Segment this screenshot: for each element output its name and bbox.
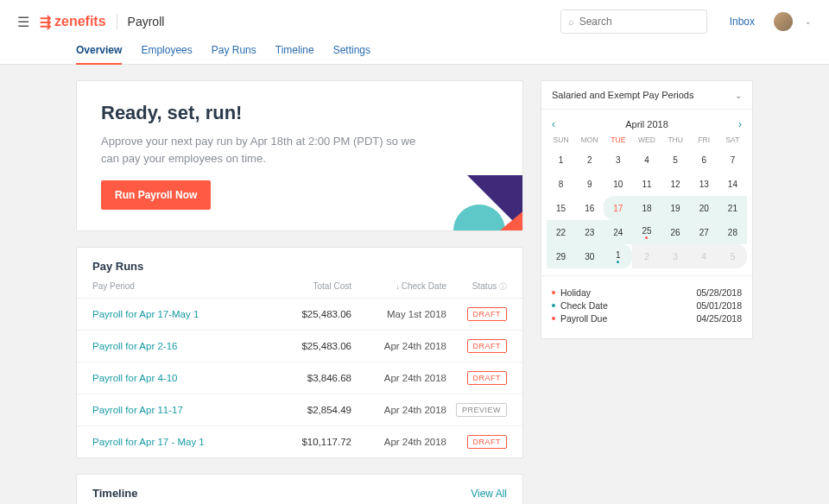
payrun-date: Apr 24th 2018 (351, 373, 455, 383)
hero-title: Ready, set, run! (101, 102, 498, 124)
col-status[interactable]: Status ⓘ (455, 281, 507, 293)
divider (117, 14, 117, 29)
calendar-day[interactable]: 7 (718, 148, 747, 172)
payrun-cost: $3,846.68 (265, 373, 351, 383)
calendar-day[interactable]: 2 (575, 148, 604, 172)
calendar-day[interactable]: 3 (661, 244, 690, 268)
payrun-link[interactable]: Payroll for Apr 11-17 (92, 405, 265, 415)
legend-row: Payroll Due04/25/2018 (552, 313, 742, 324)
timeline-card: Timeline View All FEB 20, 2018TITLE CHAN… (76, 474, 523, 504)
payrun-date: May 1st 2018 (351, 309, 455, 319)
col-cost[interactable]: Total Cost (265, 281, 351, 293)
legend-date: 04/25/2018 (696, 313, 742, 324)
calendar-day[interactable]: 3 (604, 148, 632, 172)
calendar-day[interactable]: 9 (575, 172, 604, 196)
run-payroll-button[interactable]: Run Payroll Now (101, 180, 211, 210)
search-box[interactable]: ⌕ (560, 9, 707, 34)
legend-label: Holiday (560, 287, 591, 298)
inbox-link[interactable]: Inbox (730, 16, 755, 28)
table-row: Payroll for Apr 17 - May 1$10,117.72Apr … (77, 426, 522, 457)
calendar-day[interactable]: 5 (661, 148, 690, 172)
calendar-day[interactable]: 10 (604, 172, 632, 196)
payrun-cost: $10,117.72 (265, 437, 351, 447)
payrun-cost: $25,483.06 (265, 341, 351, 351)
legend-date: 05/28/2018 (696, 287, 742, 298)
tab-settings[interactable]: Settings (333, 44, 370, 65)
table-row: Payroll for Apr 2-16$25,483.06Apr 24th 2… (77, 331, 522, 362)
calendar-day[interactable]: 4 (632, 148, 661, 172)
table-row: Payroll for Apr 11-17$2,854.49Apr 24th 2… (77, 394, 522, 426)
weekday-label: MON (575, 135, 604, 144)
calendar-day[interactable]: 5 (718, 244, 747, 268)
view-all-link[interactable]: View All (471, 488, 507, 500)
payrun-link[interactable]: Payroll for Apr 17 - May 1 (92, 437, 265, 447)
calendar-day[interactable]: 22 (547, 220, 575, 244)
table-row: Payroll for Apr 17-May 1$25,483.06May 1s… (77, 299, 522, 331)
calendar-day[interactable]: 4 (690, 244, 718, 268)
col-period[interactable]: Pay Period (92, 281, 265, 293)
prev-month-button[interactable]: ‹ (552, 118, 555, 130)
calendar-day[interactable]: 8 (547, 172, 575, 196)
calendar-day[interactable]: 27 (690, 220, 718, 244)
calendar-day[interactable]: 24 (604, 220, 632, 244)
calendar-day[interactable]: 19 (661, 196, 690, 220)
legend-dot (552, 291, 555, 294)
calendar-day[interactable]: 29 (547, 244, 575, 268)
calendar-day[interactable]: 13 (690, 172, 718, 196)
calendar-day[interactable]: 15 (547, 196, 575, 220)
payrun-link[interactable]: Payroll for Apr 4-10 (92, 373, 265, 383)
hero-card: Ready, set, run! Approve your next pay r… (76, 80, 523, 231)
calendar-day[interactable]: 28 (718, 220, 747, 244)
tab-employees[interactable]: Employees (141, 44, 192, 65)
payrun-date: Apr 24th 2018 (351, 341, 455, 351)
weekday-label: SAT (718, 135, 747, 144)
calendar-day[interactable]: 12 (661, 172, 690, 196)
legend-dot (552, 317, 555, 320)
calendar-day[interactable]: 16 (575, 196, 604, 220)
hero-decoration (436, 144, 522, 230)
legend-label: Check Date (560, 300, 608, 311)
brand-name: zenefits (54, 14, 106, 29)
hamburger-icon[interactable]: ☰ (17, 14, 29, 30)
payrun-status: PREVIEW (455, 403, 507, 417)
table-head: Pay Period Total Cost ↓Check Date Status… (77, 281, 522, 299)
calendar-day[interactable]: 6 (690, 148, 718, 172)
calendar-day[interactable]: 11 (632, 172, 661, 196)
calendar-day[interactable]: 20 (690, 196, 718, 220)
calendar-day[interactable]: 1 (547, 148, 575, 172)
tab-timeline[interactable]: Timeline (275, 44, 314, 65)
calendar-day[interactable]: 23 (575, 220, 604, 244)
calendar-day[interactable]: 17 (604, 196, 632, 220)
tab-pay-runs[interactable]: Pay Runs (212, 44, 256, 65)
calendar-day[interactable]: 18 (632, 196, 661, 220)
legend-label: Payroll Due (560, 313, 607, 324)
calendar-day[interactable]: 1 (604, 244, 632, 268)
col-date[interactable]: ↓Check Date (351, 281, 455, 293)
legend-dot (552, 304, 555, 307)
payruns-card: Pay Runs Pay Period Total Cost ↓Check Da… (76, 247, 523, 458)
calendar-day[interactable]: 2 (632, 244, 661, 268)
payrun-link[interactable]: Payroll for Apr 2-16 (92, 341, 265, 351)
payrun-date: Apr 24th 2018 (351, 437, 455, 447)
calendar-selector[interactable]: Salaried and Exempt Pay Periods ⌄ (541, 81, 752, 110)
payrun-status: DRAFT (455, 307, 507, 321)
avatar[interactable] (774, 12, 793, 31)
weekday-label: FRI (690, 135, 718, 144)
logo-icon: ⇶ (40, 14, 51, 30)
payruns-title: Pay Runs (77, 248, 522, 281)
next-month-button[interactable]: › (738, 118, 742, 130)
calendar-day[interactable]: 14 (718, 172, 747, 196)
search-icon: ⌕ (568, 16, 574, 27)
calendar-day[interactable]: 26 (661, 220, 690, 244)
calendar-day[interactable]: 30 (575, 244, 604, 268)
tab-overview[interactable]: Overview (76, 44, 122, 65)
chevron-down-icon[interactable]: ⌄ (805, 17, 812, 26)
calendar-day[interactable]: 25 (632, 220, 661, 244)
brand-logo[interactable]: ⇶ zenefits (40, 14, 106, 30)
legend-row: Check Date05/01/2018 (552, 300, 742, 311)
hero-subtitle: Approve your next pay run by Apr 18th at… (101, 133, 429, 167)
chevron-down-icon: ⌄ (735, 91, 742, 100)
payrun-link[interactable]: Payroll for Apr 17-May 1 (92, 309, 265, 319)
search-input[interactable] (579, 16, 699, 28)
calendar-day[interactable]: 21 (718, 196, 747, 220)
